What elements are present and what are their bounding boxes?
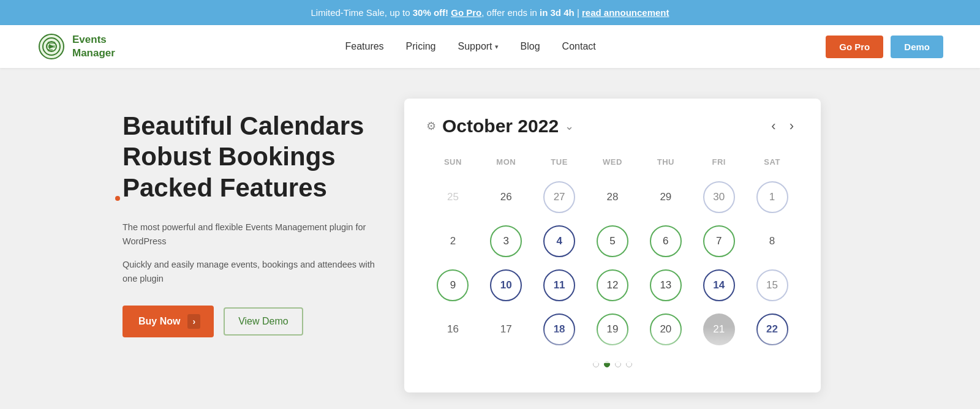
table-row[interactable]: 14 bbox=[692, 263, 745, 307]
calendar-day[interactable]: 15 bbox=[756, 269, 788, 301]
calendar-month-title: October 2022 bbox=[442, 116, 559, 137]
carousel-dot[interactable] bbox=[593, 361, 599, 367]
calendar-day[interactable]: 18 bbox=[543, 313, 575, 345]
buy-now-arrow-icon: › bbox=[187, 314, 200, 329]
calendar-day[interactable]: 10 bbox=[490, 269, 522, 301]
hero-title: Beautiful Calendars Robust Bookings Pack… bbox=[123, 111, 380, 203]
table-row[interactable]: 8 bbox=[745, 219, 799, 263]
table-row[interactable]: 28 bbox=[586, 175, 639, 219]
table-row[interactable]: 7 bbox=[692, 219, 745, 263]
prev-month-button[interactable]: ‹ bbox=[766, 116, 780, 137]
table-row[interactable]: 18 bbox=[533, 307, 586, 351]
calendar-header: ⚙ October 2022 ⌄ ‹ › bbox=[426, 116, 799, 137]
table-row[interactable]: 3 bbox=[480, 219, 533, 263]
buy-now-button[interactable]: Buy Now › bbox=[123, 306, 214, 337]
calendar-day[interactable]: 17 bbox=[490, 313, 522, 345]
day-header-mon: MON bbox=[480, 154, 533, 170]
table-row[interactable]: 25 bbox=[426, 175, 480, 219]
table-row[interactable]: 26 bbox=[480, 175, 533, 219]
nav-blog[interactable]: Blog bbox=[521, 41, 540, 51]
table-row[interactable]: 30 bbox=[692, 175, 745, 219]
day-header-tue: TUE bbox=[533, 154, 586, 170]
banner-countdown: in 3d 4h bbox=[540, 7, 575, 18]
calendar-day[interactable]: 29 bbox=[650, 181, 682, 213]
logo-icon bbox=[37, 32, 66, 61]
nav-features[interactable]: Features bbox=[345, 41, 383, 51]
calendar-day[interactable]: 30 bbox=[703, 181, 735, 213]
table-row[interactable]: 16 bbox=[426, 307, 480, 351]
calendar-day[interactable]: 9 bbox=[437, 269, 469, 301]
logo-text: EventsManager bbox=[72, 33, 115, 60]
calendar-day[interactable]: 20 bbox=[650, 313, 682, 345]
filter-icon[interactable]: ⚙ bbox=[426, 119, 436, 133]
logo[interactable]: EventsManager bbox=[37, 32, 115, 61]
table-row[interactable]: 27 bbox=[533, 175, 586, 219]
carousel-dot[interactable] bbox=[615, 361, 621, 367]
calendar-nav-arrows: ‹ › bbox=[766, 116, 799, 137]
table-row[interactable]: 1 bbox=[745, 175, 799, 219]
calendar-day[interactable]: 4 bbox=[543, 225, 575, 257]
nav-contact[interactable]: Contact bbox=[562, 41, 596, 51]
nav-pricing[interactable]: Pricing bbox=[406, 41, 436, 51]
calendar-day[interactable]: 11 bbox=[543, 269, 575, 301]
table-row[interactable]: 17 bbox=[480, 307, 533, 351]
calendar-day[interactable]: 8 bbox=[756, 225, 788, 257]
table-row[interactable]: 6 bbox=[639, 219, 692, 263]
table-row[interactable]: 12 bbox=[586, 263, 639, 307]
table-row[interactable]: 19 bbox=[586, 307, 639, 351]
table-row[interactable]: 2 bbox=[426, 219, 480, 263]
hero-title-line3: Packed Features bbox=[123, 173, 327, 202]
gopro-button[interactable]: Go Pro bbox=[826, 36, 883, 58]
calendar-day[interactable]: 1 bbox=[756, 181, 788, 213]
day-header-thu: THU bbox=[639, 154, 692, 170]
calendar-day[interactable]: 5 bbox=[597, 225, 628, 257]
table-row[interactable]: 10 bbox=[480, 263, 533, 307]
calendar-day[interactable]: 12 bbox=[597, 269, 628, 301]
calendar-day[interactable]: 16 bbox=[437, 313, 469, 345]
nav-links: Features Pricing Support ▾ Blog Contact bbox=[345, 41, 595, 52]
banner-announcement-link[interactable]: read announcement bbox=[582, 7, 669, 18]
table-row[interactable]: 5 bbox=[586, 219, 639, 263]
table-row[interactable]: 11 bbox=[533, 263, 586, 307]
calendar-day[interactable]: 13 bbox=[650, 269, 682, 301]
calendar-day[interactable]: 7 bbox=[703, 225, 735, 257]
table-row[interactable]: 9 bbox=[426, 263, 480, 307]
banner-discount: 30% off! bbox=[413, 7, 448, 18]
next-month-button[interactable]: › bbox=[785, 116, 799, 137]
nav-support[interactable]: Support ▾ bbox=[458, 41, 499, 52]
table-row[interactable]: 15 bbox=[745, 263, 799, 307]
calendar-day[interactable]: 25 bbox=[437, 181, 469, 213]
table-row[interactable]: 21 bbox=[692, 307, 745, 351]
calendar-day[interactable]: 22 bbox=[756, 313, 788, 345]
hero-buttons: Buy Now › View Demo bbox=[123, 306, 380, 337]
table-row[interactable]: 13 bbox=[639, 263, 692, 307]
demo-nav-button[interactable]: Demo bbox=[891, 36, 943, 58]
day-header-fri: FRI bbox=[692, 154, 745, 170]
calendar-day[interactable]: 21 bbox=[703, 313, 735, 345]
support-chevron-icon: ▾ bbox=[495, 43, 499, 51]
hero-desc-2: Quickly and easily manage events, bookin… bbox=[123, 258, 380, 286]
table-row[interactable]: 4 bbox=[533, 219, 586, 263]
banner-gopro-link[interactable]: Go Pro bbox=[451, 7, 481, 18]
view-demo-button[interactable]: View Demo bbox=[224, 307, 303, 336]
day-header-sat: SAT bbox=[745, 154, 799, 170]
calendar-day[interactable]: 28 bbox=[597, 181, 628, 213]
main-content: Beautiful Calendars Robust Bookings Pack… bbox=[0, 68, 980, 409]
carousel-dot[interactable] bbox=[626, 361, 632, 367]
calendar-day[interactable]: 19 bbox=[597, 313, 628, 345]
table-row[interactable]: 29 bbox=[639, 175, 692, 219]
calendar-day[interactable]: 6 bbox=[650, 225, 682, 257]
table-row[interactable]: 22 bbox=[745, 307, 799, 351]
calendar-day[interactable]: 26 bbox=[490, 181, 522, 213]
month-dropdown-icon[interactable]: ⌄ bbox=[565, 119, 574, 133]
calendar-day[interactable]: 3 bbox=[490, 225, 522, 257]
hero-section: Beautiful Calendars Robust Bookings Pack… bbox=[123, 99, 380, 337]
hero-desc-1: The most powerful and flexible Events Ma… bbox=[123, 220, 380, 249]
calendar-day[interactable]: 2 bbox=[437, 225, 469, 257]
carousel-dot[interactable] bbox=[604, 361, 610, 367]
promo-banner: Limited-Time Sale, up to 30% off! Go Pro… bbox=[0, 0, 980, 25]
calendar-day[interactable]: 14 bbox=[703, 269, 735, 301]
calendar-day[interactable]: 27 bbox=[543, 181, 575, 213]
table-row[interactable]: 20 bbox=[639, 307, 692, 351]
hero-title-line2: Robust Bookings bbox=[123, 142, 336, 171]
